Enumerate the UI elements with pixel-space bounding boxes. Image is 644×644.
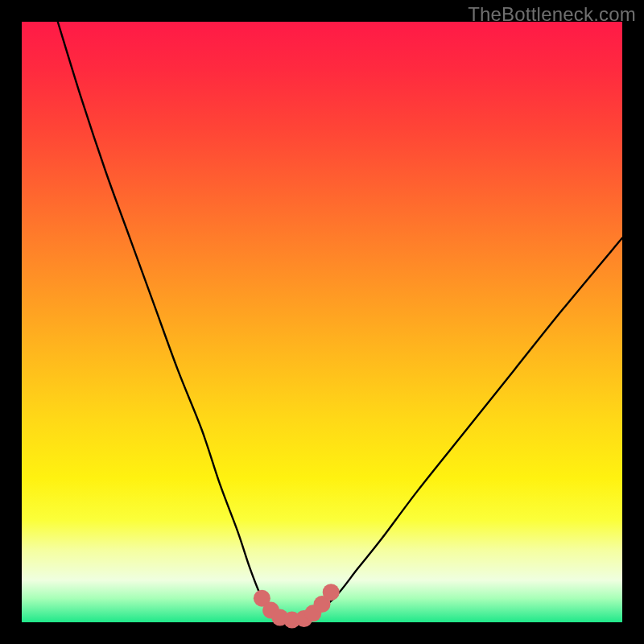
plot-area (22, 22, 622, 622)
curve-marker (323, 584, 340, 601)
marker-group (254, 584, 340, 628)
chart-frame: TheBottleneck.com (0, 0, 644, 644)
bottleneck-curve (58, 22, 622, 623)
watermark-text: TheBottleneck.com (468, 3, 636, 26)
curve-svg (22, 22, 622, 622)
